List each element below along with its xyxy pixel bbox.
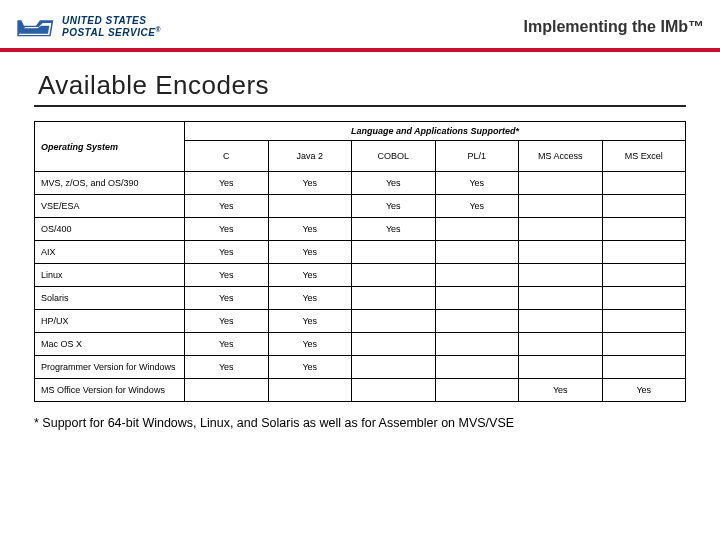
footnote: * Support for 64-bit Windows, Linux, and… (34, 416, 686, 430)
value-cell: Yes (352, 172, 436, 195)
value-cell: Yes (519, 379, 603, 402)
value-cell (602, 356, 686, 379)
value-cell (519, 264, 603, 287)
value-cell (352, 310, 436, 333)
value-cell (435, 218, 519, 241)
value-cell: Yes (268, 287, 352, 310)
table-row: OS/400YesYesYes (35, 218, 686, 241)
value-cell (602, 333, 686, 356)
os-cell: HP/UX (35, 310, 185, 333)
os-cell: Linux (35, 264, 185, 287)
value-cell (435, 287, 519, 310)
usps-logo: UNITED STATES POSTAL SERVICE® (16, 13, 161, 41)
table-row: AIXYesYes (35, 241, 686, 264)
col-header: C (185, 141, 269, 172)
value-cell: Yes (185, 356, 269, 379)
table-row: MS Office Version for WindowsYesYes (35, 379, 686, 402)
table-row: SolarisYesYes (35, 287, 686, 310)
value-cell: Yes (352, 195, 436, 218)
value-cell (519, 218, 603, 241)
value-cell: Yes (268, 333, 352, 356)
os-cell: Mac OS X (35, 333, 185, 356)
value-cell (268, 379, 352, 402)
value-cell (268, 195, 352, 218)
value-cell: Yes (268, 172, 352, 195)
value-cell: Yes (185, 310, 269, 333)
value-cell (352, 287, 436, 310)
value-cell: Yes (185, 172, 269, 195)
value-cell (435, 310, 519, 333)
value-cell: Yes (185, 218, 269, 241)
value-cell (602, 287, 686, 310)
os-cell: VSE/ESA (35, 195, 185, 218)
value-cell (185, 379, 269, 402)
value-cell: Yes (185, 195, 269, 218)
value-cell (519, 287, 603, 310)
value-cell (519, 172, 603, 195)
value-cell (435, 264, 519, 287)
logo-line2: POSTAL SERVICE® (62, 26, 161, 38)
value-cell: Yes (268, 310, 352, 333)
value-cell (352, 264, 436, 287)
section-title: Available Encoders (34, 70, 686, 107)
os-header: Operating System (35, 122, 185, 172)
value-cell (602, 218, 686, 241)
value-cell: Yes (435, 172, 519, 195)
col-header: MS Excel (602, 141, 686, 172)
value-cell: Yes (268, 241, 352, 264)
value-cell: Yes (602, 379, 686, 402)
table-row: LinuxYesYes (35, 264, 686, 287)
value-cell (352, 241, 436, 264)
col-header: MS Access (519, 141, 603, 172)
table-row: Programmer Version for WindowsYesYes (35, 356, 686, 379)
value-cell (519, 310, 603, 333)
page-title: Implementing the IMb™ (524, 18, 704, 36)
value-cell (519, 356, 603, 379)
value-cell (435, 356, 519, 379)
os-cell: AIX (35, 241, 185, 264)
value-cell (519, 241, 603, 264)
value-cell (519, 333, 603, 356)
value-cell: Yes (185, 264, 269, 287)
eagle-icon (16, 13, 56, 41)
value-cell: Yes (185, 333, 269, 356)
os-cell: OS/400 (35, 218, 185, 241)
value-cell (435, 379, 519, 402)
table-row: MVS, z/OS, and OS/390YesYesYesYes (35, 172, 686, 195)
value-cell (519, 195, 603, 218)
col-header: COBOL (352, 141, 436, 172)
value-cell (602, 310, 686, 333)
table-row: HP/UXYesYes (35, 310, 686, 333)
value-cell: Yes (268, 218, 352, 241)
table-row: Mac OS XYesYes (35, 333, 686, 356)
encoders-table: Operating System Language and Applicatio… (34, 121, 686, 402)
logo-line1: UNITED STATES (62, 16, 161, 26)
value-cell (602, 172, 686, 195)
value-cell: Yes (435, 195, 519, 218)
value-cell: Yes (185, 241, 269, 264)
value-cell (352, 356, 436, 379)
os-cell: Programmer Version for Windows (35, 356, 185, 379)
value-cell (435, 241, 519, 264)
os-cell: MVS, z/OS, and OS/390 (35, 172, 185, 195)
col-header: PL/1 (435, 141, 519, 172)
os-cell: MS Office Version for Windows (35, 379, 185, 402)
value-cell (352, 379, 436, 402)
value-cell: Yes (268, 356, 352, 379)
value-cell (602, 195, 686, 218)
value-cell (602, 264, 686, 287)
col-header: Java 2 (268, 141, 352, 172)
value-cell (602, 241, 686, 264)
value-cell (435, 333, 519, 356)
table-row: VSE/ESAYesYesYes (35, 195, 686, 218)
value-cell: Yes (352, 218, 436, 241)
value-cell: Yes (185, 287, 269, 310)
value-cell (352, 333, 436, 356)
header: UNITED STATES POSTAL SERVICE® Implementi… (0, 0, 720, 48)
value-cell: Yes (268, 264, 352, 287)
os-cell: Solaris (35, 287, 185, 310)
lang-header: Language and Applications Supported* (185, 122, 686, 141)
